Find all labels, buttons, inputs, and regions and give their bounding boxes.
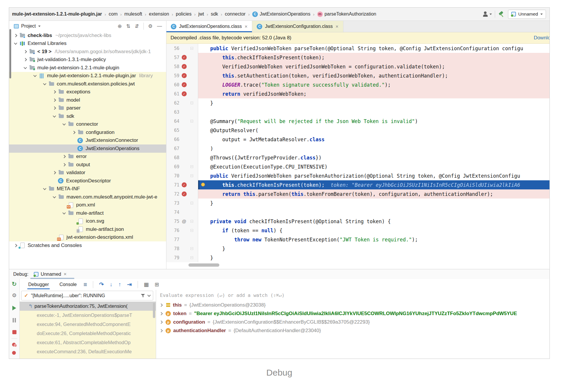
tree-item-sdk[interactable]: sdk bbox=[9, 112, 166, 120]
step-over-button[interactable]: ↷ bbox=[99, 281, 104, 288]
code-text[interactable]: VerifiedJsonWebToken verifiedJsonWebToke… bbox=[198, 62, 550, 71]
breadcrumb-item-policies[interactable]: policies bbox=[176, 11, 191, 17]
code-text[interactable]: this.checkIfTokenIsPresent(token); token… bbox=[198, 180, 550, 189]
fold-marker[interactable] bbox=[189, 229, 195, 232]
chevron-down-icon[interactable] bbox=[147, 293, 151, 297]
chevron-right-icon[interactable] bbox=[51, 91, 58, 93]
resume-button[interactable] bbox=[12, 306, 16, 310]
locate-file-button[interactable]: ⊕ bbox=[118, 23, 122, 29]
step-out-button[interactable]: ↑ bbox=[118, 281, 121, 288]
breakpoint-icon[interactable]: ✓ bbox=[182, 82, 187, 87]
chevron-down-icon[interactable] bbox=[31, 75, 39, 77]
tree-item-mule-jwt-extension-1-2-1-mule-plugin[interactable]: mule-jwt-extension-1.2.1-mule-plugin bbox=[9, 64, 166, 72]
settings-gear-icon[interactable]: ⚙ bbox=[148, 23, 153, 29]
chevron-right-icon[interactable] bbox=[51, 172, 58, 174]
code-text[interactable] bbox=[198, 208, 550, 217]
tree-item-jwtextensionconnector[interactable]: CJwtExtensionConnector bbox=[9, 137, 166, 145]
tree-item-mule-artifact[interactable]: mule-artifact bbox=[9, 209, 166, 217]
chevron-down-icon[interactable] bbox=[51, 196, 58, 198]
thread-selector[interactable]: ✓ "[MuleRuntime].....uber": RUNNING bbox=[21, 291, 153, 300]
chevron-down-icon[interactable] bbox=[51, 115, 58, 117]
fold-marker[interactable] bbox=[189, 174, 195, 177]
tree-item-exceptiondescriptor[interactable]: CExceptionDescriptor bbox=[9, 177, 166, 185]
chevron-right-icon[interactable] bbox=[22, 51, 29, 53]
code-text[interactable]: @Execution(ExecutionType.CPU_INTENSIVE) bbox=[198, 162, 550, 171]
tree-item-exceptions[interactable]: exceptions bbox=[9, 88, 166, 96]
collapse-all-button[interactable]: ⇵ bbox=[135, 23, 139, 29]
chevron-right-icon[interactable] bbox=[159, 329, 163, 332]
code-text[interactable]: return verifiedJsonWebToken; bbox=[198, 89, 550, 98]
variable-row-this[interactable]: this = {JwtExtensionOperations@23038} bbox=[156, 301, 550, 309]
chevron-right-icon[interactable] bbox=[159, 303, 163, 307]
lightbulb-icon[interactable] bbox=[201, 183, 205, 186]
tree-item-connector[interactable]: connector bbox=[9, 120, 166, 129]
code-text[interactable] bbox=[198, 107, 550, 117]
debug-session-tab[interactable]: Unnamed ✕ bbox=[34, 272, 67, 277]
chevron-right-icon[interactable] bbox=[70, 131, 77, 134]
code-text[interactable]: public VerifiedJsonWebToken parseToken(@… bbox=[198, 44, 550, 53]
frames-scrollbar[interactable] bbox=[153, 303, 155, 318]
code-text[interactable]: } bbox=[198, 253, 550, 262]
tree-item-mule-jwt-extension-1-2-1-mule-plugin-jar[interactable]: mule-jwt-extension-1.2.1-mule-plugin.jar… bbox=[9, 72, 166, 80]
fold-marker[interactable] bbox=[189, 202, 195, 204]
tree-item-output[interactable]: output bbox=[9, 161, 166, 169]
fold-marker[interactable] bbox=[189, 220, 195, 223]
pause-button[interactable] bbox=[13, 318, 16, 322]
frame-row[interactable]: execute:-1, JwtExtensionOperations$parse… bbox=[20, 311, 156, 320]
tool-stripe-scrollbar[interactable] bbox=[9, 29, 11, 78]
code-text[interactable]: output = JwtMetadataResolver.class bbox=[198, 135, 550, 144]
tab-console[interactable]: Console bbox=[59, 280, 78, 289]
close-icon[interactable]: ✕ bbox=[64, 272, 67, 276]
tree-item-mule-artifact-json[interactable]: {}mule-artifact.json bbox=[9, 225, 166, 233]
breadcrumb-item-jwtextensionoperations[interactable]: CJwtExtensionOperations bbox=[252, 11, 310, 17]
code-text[interactable]: @Summary("Request will be rejected if th… bbox=[198, 117, 550, 126]
rerun-button[interactable]: ↻ bbox=[12, 280, 17, 288]
debug-settings-button[interactable]: ⚙ bbox=[12, 292, 16, 299]
code-text[interactable]: } bbox=[198, 244, 550, 253]
fold-marker[interactable] bbox=[189, 256, 195, 259]
chevron-down-icon[interactable] bbox=[41, 83, 48, 85]
horizontal-scrollbar[interactable] bbox=[188, 263, 219, 267]
breadcrumb-item-mule-jwt-extension-1-2-1-mule-plugin-jar[interactable]: mule-jwt-extension-1.2.1-mule-plugin.jar bbox=[12, 11, 102, 17]
layout-settings-button[interactable]: ⊞ bbox=[155, 281, 159, 288]
code-text[interactable]: this.setAuthentication(token, verifiedJs… bbox=[198, 71, 550, 80]
code-text[interactable]: ) bbox=[198, 144, 550, 153]
code-text[interactable]: } bbox=[198, 199, 550, 208]
tree-item-icon-svg[interactable]: icon.svg bbox=[9, 217, 166, 226]
expand-all-button[interactable]: ⇅ bbox=[126, 23, 130, 29]
breadcrumb-item-jwt[interactable]: jwt bbox=[198, 11, 204, 17]
tree-item-jwt-validation-1-3-1-mule-policy[interactable]: jwt-validation-1.3.1-mule-policy bbox=[9, 56, 166, 64]
fold-marker[interactable] bbox=[189, 165, 195, 168]
code-text[interactable]: return this.parseToken(this.tokenFromBea… bbox=[198, 189, 550, 199]
tree-item-maven-com-mulesoft-anypoint-mule-jwt-e[interactable]: maven.com.mulesoft.anypoint.mule-jwt-e bbox=[9, 193, 166, 201]
evaluate-expression-button[interactable]: ▦ bbox=[144, 281, 149, 288]
frame-row[interactable]: ↰parseTokenAuthorization:75, JwtExtensio… bbox=[20, 302, 156, 311]
tree-item-parser[interactable]: parser bbox=[9, 104, 166, 112]
view-breakpoints-button[interactable] bbox=[11, 342, 17, 347]
tree-item-jwt-extension-descriptions-xml[interactable]: <>jwt-extension-descriptions.xml bbox=[9, 233, 166, 242]
frame-row[interactable]: execute:61, AbstractCompletableMethodOp bbox=[20, 338, 156, 347]
tab-jwtextensionconfiguration-class[interactable]: CJwtExtensionConfiguration.class✕ bbox=[252, 21, 343, 32]
build-project-button[interactable] bbox=[498, 11, 505, 18]
tree-item-com-mulesoft-extension-policies-jwt[interactable]: com.mulesoft.extension.policies.jwt bbox=[9, 80, 166, 88]
fold-marker[interactable] bbox=[189, 120, 195, 122]
breakpoint-icon[interactable]: ✓ bbox=[182, 64, 187, 69]
close-icon[interactable]: ✕ bbox=[335, 24, 339, 29]
code-text[interactable]: } bbox=[198, 98, 550, 107]
breakpoint-icon[interactable]: ✓ bbox=[182, 73, 187, 78]
project-panel-title[interactable]: Project bbox=[21, 23, 36, 29]
chevron-right-icon[interactable] bbox=[61, 155, 68, 158]
chevron-right-icon[interactable] bbox=[159, 320, 163, 324]
user-menu-button[interactable] bbox=[482, 11, 492, 17]
code-area[interactable]: 56 public VerifiedJsonWebToken parseToke… bbox=[166, 44, 550, 269]
mute-breakpoints-button[interactable] bbox=[11, 350, 17, 356]
chevron-down-icon[interactable] bbox=[22, 67, 29, 69]
watch-input[interactable]: Evaluate expression (↵) or add a watch (… bbox=[156, 290, 550, 301]
breadcrumb-item-sdk[interactable]: sdk bbox=[211, 11, 218, 17]
close-icon[interactable]: ✕ bbox=[244, 24, 248, 29]
tree-item-configuration[interactable]: configuration bbox=[9, 128, 166, 137]
tree-item-validator[interactable]: validator bbox=[9, 169, 166, 177]
chevron-down-icon[interactable] bbox=[12, 42, 19, 45]
code-text[interactable]: throw new TokenNotPresentException("JWT … bbox=[198, 235, 550, 244]
fold-marker[interactable] bbox=[189, 247, 195, 250]
